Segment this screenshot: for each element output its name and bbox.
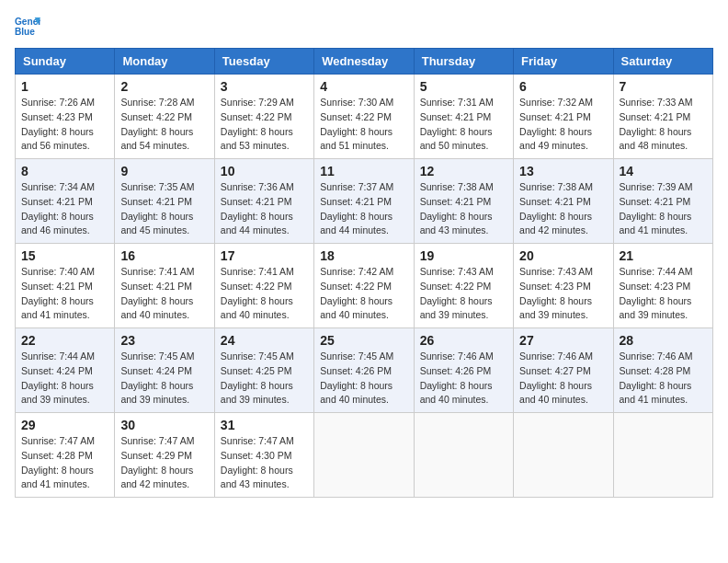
calendar-cell: 21Sunrise: 7:44 AMSunset: 4:23 PMDayligh… — [613, 244, 712, 328]
day-number: 6 — [519, 79, 607, 94]
day-info: Sunrise: 7:37 AMSunset: 4:21 PMDaylight:… — [320, 180, 407, 238]
day-info: Sunrise: 7:26 AMSunset: 4:23 PMDaylight:… — [21, 96, 108, 154]
day-info: Sunrise: 7:41 AMSunset: 4:22 PMDaylight:… — [221, 265, 308, 323]
calendar-cell: 18Sunrise: 7:42 AMSunset: 4:22 PMDayligh… — [314, 244, 414, 328]
day-number: 30 — [120, 418, 208, 432]
calendar-cell: 15Sunrise: 7:40 AMSunset: 4:21 PMDayligh… — [16, 244, 115, 328]
day-info: Sunrise: 7:47 AMSunset: 4:28 PMDaylight:… — [21, 434, 108, 492]
day-info: Sunrise: 7:31 AMSunset: 4:21 PMDaylight:… — [420, 96, 507, 154]
calendar-cell: 7Sunrise: 7:33 AMSunset: 4:21 PMDaylight… — [613, 75, 712, 159]
day-number: 24 — [221, 333, 308, 348]
calendar-cell: 19Sunrise: 7:43 AMSunset: 4:22 PMDayligh… — [414, 244, 513, 328]
day-number: 1 — [21, 79, 108, 94]
day-info: Sunrise: 7:44 AMSunset: 4:24 PMDaylight:… — [21, 350, 108, 408]
calendar-cell: 16Sunrise: 7:41 AMSunset: 4:21 PMDayligh… — [115, 244, 214, 328]
day-info: Sunrise: 7:41 AMSunset: 4:21 PMDaylight:… — [120, 265, 208, 323]
calendar-cell: 22Sunrise: 7:44 AMSunset: 4:24 PMDayligh… — [16, 328, 115, 413]
day-info: Sunrise: 7:46 AMSunset: 4:26 PMDaylight:… — [420, 350, 507, 408]
day-number: 23 — [120, 333, 208, 348]
logo: General Blue — [15, 15, 40, 40]
column-header-monday: Monday — [115, 49, 214, 75]
day-number: 11 — [320, 164, 407, 178]
column-header-tuesday: Tuesday — [214, 49, 313, 75]
day-info: Sunrise: 7:33 AMSunset: 4:21 PMDaylight:… — [620, 96, 707, 154]
calendar-cell: 27Sunrise: 7:46 AMSunset: 4:27 PMDayligh… — [514, 328, 613, 413]
week-row-3: 15Sunrise: 7:40 AMSunset: 4:21 PMDayligh… — [16, 244, 713, 328]
calendar-cell: 4Sunrise: 7:30 AMSunset: 4:22 PMDaylight… — [314, 75, 414, 159]
day-number: 3 — [221, 79, 308, 94]
day-number: 22 — [21, 333, 108, 348]
calendar-cell: 10Sunrise: 7:36 AMSunset: 4:21 PMDayligh… — [214, 159, 313, 244]
day-info: Sunrise: 7:46 AMSunset: 4:28 PMDaylight:… — [620, 350, 707, 408]
calendar-cell: 24Sunrise: 7:45 AMSunset: 4:25 PMDayligh… — [214, 328, 313, 413]
column-header-saturday: Saturday — [613, 49, 712, 75]
calendar-cell: 28Sunrise: 7:46 AMSunset: 4:28 PMDayligh… — [613, 328, 712, 413]
calendar-cell: 13Sunrise: 7:38 AMSunset: 4:21 PMDayligh… — [514, 159, 613, 244]
calendar-header-row: SundayMondayTuesdayWednesdayThursdayFrid… — [16, 49, 713, 75]
day-info: Sunrise: 7:43 AMSunset: 4:23 PMDaylight:… — [519, 265, 607, 323]
day-info: Sunrise: 7:46 AMSunset: 4:27 PMDaylight:… — [519, 350, 607, 408]
day-number: 9 — [120, 164, 208, 178]
calendar-cell: 17Sunrise: 7:41 AMSunset: 4:22 PMDayligh… — [214, 244, 313, 328]
calendar-cell: 6Sunrise: 7:32 AMSunset: 4:21 PMDaylight… — [514, 75, 613, 159]
day-number: 7 — [620, 79, 707, 94]
day-info: Sunrise: 7:39 AMSunset: 4:21 PMDaylight:… — [620, 180, 707, 238]
day-info: Sunrise: 7:43 AMSunset: 4:22 PMDaylight:… — [420, 265, 507, 323]
day-number: 4 — [320, 79, 407, 94]
svg-text:Blue: Blue — [15, 27, 35, 37]
day-number: 2 — [120, 79, 208, 94]
calendar-cell — [613, 413, 712, 498]
calendar-cell: 29Sunrise: 7:47 AMSunset: 4:28 PMDayligh… — [16, 413, 115, 498]
calendar-cell: 8Sunrise: 7:34 AMSunset: 4:21 PMDaylight… — [16, 159, 115, 244]
column-header-wednesday: Wednesday — [314, 49, 414, 75]
day-number: 17 — [221, 248, 308, 263]
week-row-1: 1Sunrise: 7:26 AMSunset: 4:23 PMDaylight… — [16, 75, 713, 159]
day-info: Sunrise: 7:47 AMSunset: 4:30 PMDaylight:… — [221, 434, 308, 492]
calendar-cell: 25Sunrise: 7:45 AMSunset: 4:26 PMDayligh… — [314, 328, 414, 413]
day-number: 10 — [221, 164, 308, 178]
day-info: Sunrise: 7:30 AMSunset: 4:22 PMDaylight:… — [320, 96, 407, 154]
day-number: 8 — [21, 164, 108, 178]
day-info: Sunrise: 7:38 AMSunset: 4:21 PMDaylight:… — [519, 180, 607, 238]
calendar-cell: 9Sunrise: 7:35 AMSunset: 4:21 PMDaylight… — [115, 159, 214, 244]
calendar-cell: 20Sunrise: 7:43 AMSunset: 4:23 PMDayligh… — [514, 244, 613, 328]
calendar-cell — [514, 413, 613, 498]
calendar-cell — [314, 413, 414, 498]
calendar-cell — [414, 413, 513, 498]
day-info: Sunrise: 7:45 AMSunset: 4:24 PMDaylight:… — [120, 350, 208, 408]
day-info: Sunrise: 7:32 AMSunset: 4:21 PMDaylight:… — [519, 96, 607, 154]
day-info: Sunrise: 7:38 AMSunset: 4:21 PMDaylight:… — [420, 180, 507, 238]
day-number: 5 — [420, 79, 507, 94]
calendar-cell: 11Sunrise: 7:37 AMSunset: 4:21 PMDayligh… — [314, 159, 414, 244]
day-number: 21 — [620, 248, 707, 263]
column-header-friday: Friday — [514, 49, 613, 75]
day-number: 19 — [420, 248, 507, 263]
page-header: General Blue — [15, 15, 713, 40]
day-number: 14 — [620, 164, 707, 178]
calendar-cell: 5Sunrise: 7:31 AMSunset: 4:21 PMDaylight… — [414, 75, 513, 159]
day-number: 20 — [519, 248, 607, 263]
day-info: Sunrise: 7:45 AMSunset: 4:26 PMDaylight:… — [320, 350, 407, 408]
column-header-thursday: Thursday — [414, 49, 513, 75]
calendar-cell: 2Sunrise: 7:28 AMSunset: 4:22 PMDaylight… — [115, 75, 214, 159]
week-row-2: 8Sunrise: 7:34 AMSunset: 4:21 PMDaylight… — [16, 159, 713, 244]
day-number: 26 — [420, 333, 507, 348]
day-number: 29 — [21, 418, 108, 432]
day-info: Sunrise: 7:44 AMSunset: 4:23 PMDaylight:… — [620, 265, 707, 323]
calendar-cell: 31Sunrise: 7:47 AMSunset: 4:30 PMDayligh… — [214, 413, 313, 498]
day-number: 15 — [21, 248, 108, 263]
day-number: 25 — [320, 333, 407, 348]
logo-icon: General Blue — [15, 15, 40, 40]
day-number: 28 — [620, 333, 707, 348]
day-info: Sunrise: 7:29 AMSunset: 4:22 PMDaylight:… — [221, 96, 308, 154]
calendar-cell: 3Sunrise: 7:29 AMSunset: 4:22 PMDaylight… — [214, 75, 313, 159]
calendar-cell: 30Sunrise: 7:47 AMSunset: 4:29 PMDayligh… — [115, 413, 214, 498]
day-number: 18 — [320, 248, 407, 263]
day-info: Sunrise: 7:36 AMSunset: 4:21 PMDaylight:… — [221, 180, 308, 238]
calendar-cell: 14Sunrise: 7:39 AMSunset: 4:21 PMDayligh… — [613, 159, 712, 244]
column-header-sunday: Sunday — [16, 49, 115, 75]
day-info: Sunrise: 7:47 AMSunset: 4:29 PMDaylight:… — [120, 434, 208, 492]
day-info: Sunrise: 7:35 AMSunset: 4:21 PMDaylight:… — [120, 180, 208, 238]
day-number: 27 — [519, 333, 607, 348]
day-number: 31 — [221, 418, 308, 432]
